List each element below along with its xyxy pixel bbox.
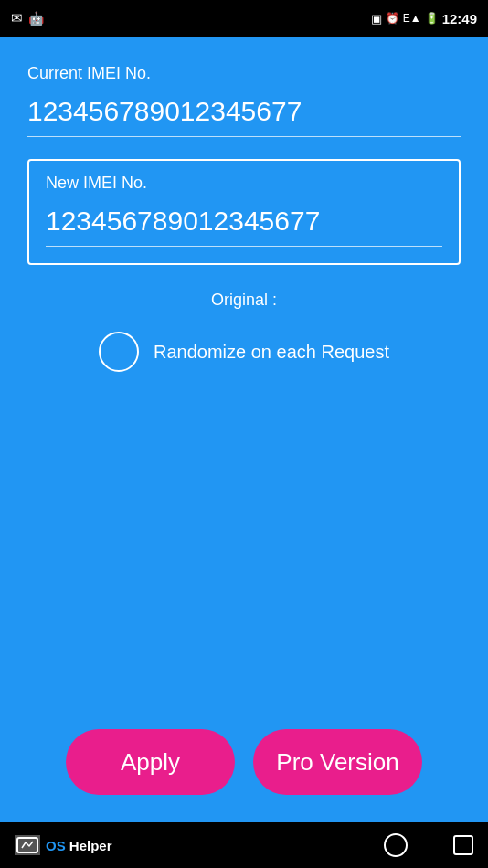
apply-button[interactable]: Apply bbox=[66, 729, 235, 795]
button-row: Apply Pro Version bbox=[27, 729, 461, 804]
status-bar-right: ▣ ⏰ E▲ 🔋 12:49 bbox=[371, 11, 477, 26]
status-time: 12:49 bbox=[442, 11, 477, 26]
original-row: Original : bbox=[27, 291, 461, 310]
bottom-bar: OS Helper bbox=[0, 822, 488, 868]
mail-icon: ✉ bbox=[11, 10, 23, 26]
randomize-radio[interactable] bbox=[99, 332, 139, 372]
android-icon: 🤖 bbox=[28, 11, 44, 26]
pro-version-button[interactable]: Pro Version bbox=[253, 729, 422, 795]
app-name: OS Helper bbox=[46, 838, 112, 853]
current-imei-label: Current IMEI No. bbox=[27, 64, 461, 83]
alarm-icon: ⏰ bbox=[386, 12, 399, 25]
randomize-label: Randomize on each Request bbox=[154, 342, 389, 363]
nav-icons bbox=[384, 833, 473, 857]
new-imei-underline bbox=[46, 246, 442, 247]
randomize-row: Randomize on each Request bbox=[27, 332, 461, 372]
new-imei-box[interactable]: New IMEI No. 123456789012345677 bbox=[27, 159, 461, 265]
recents-nav-icon[interactable] bbox=[453, 835, 473, 855]
spacer bbox=[27, 372, 461, 729]
current-imei-value: 123456789012345677 bbox=[27, 96, 461, 127]
helper-text: Helper bbox=[69, 838, 112, 853]
os-helper-icon bbox=[15, 835, 40, 855]
new-imei-label: New IMEI No. bbox=[46, 174, 442, 193]
home-nav-icon[interactable] bbox=[384, 833, 408, 857]
battery-icon: 🔋 bbox=[425, 12, 439, 25]
app-logo-row: OS Helper bbox=[15, 835, 112, 855]
main-content: Current IMEI No. 123456789012345677 New … bbox=[0, 37, 488, 822]
os-text: OS bbox=[46, 838, 69, 853]
status-bar: ✉ 🤖 ▣ ⏰ E▲ 🔋 12:49 bbox=[0, 0, 488, 37]
vibrate-icon: ▣ bbox=[371, 12, 382, 26]
new-imei-value[interactable]: 123456789012345677 bbox=[46, 206, 442, 237]
signal-icon: E▲ bbox=[403, 12, 421, 25]
current-imei-divider bbox=[27, 136, 461, 137]
status-bar-left: ✉ 🤖 bbox=[11, 10, 44, 26]
original-label: Original : bbox=[211, 291, 277, 310]
